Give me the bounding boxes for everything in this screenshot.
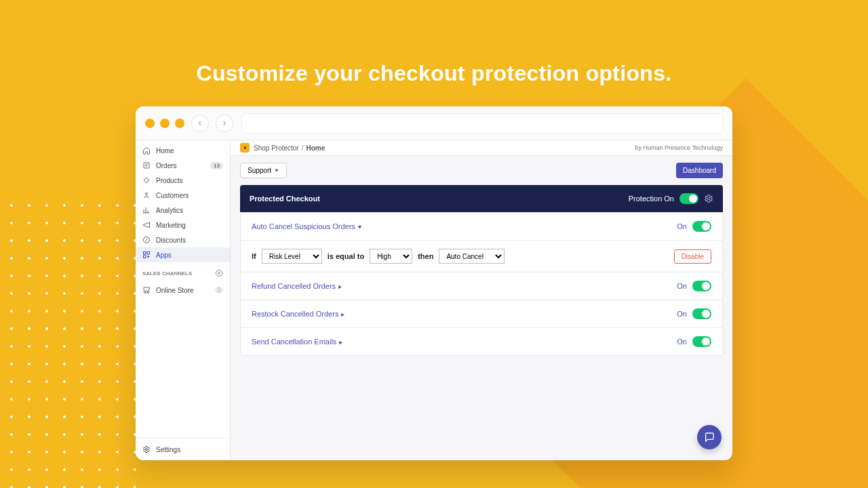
option-restock-cancelled[interactable]: Restock Cancelled Orders ▸ On	[241, 300, 722, 327]
rule-disable-button[interactable]: Disable	[674, 249, 711, 264]
shop-protector-icon: ✦	[240, 143, 250, 152]
panel-header: Protected Checkout Protection On	[240, 185, 723, 212]
svg-point-7	[218, 289, 220, 291]
help-fab[interactable]	[697, 425, 722, 449]
channel-label: Online Store	[156, 287, 194, 294]
rule-row: If Risk Level is equal to High then Auto…	[241, 240, 722, 272]
option-status: On	[677, 338, 687, 346]
forward-button[interactable]	[216, 115, 233, 132]
gear-icon[interactable]	[704, 194, 713, 203]
sidebar-item-apps[interactable]: Apps	[136, 247, 230, 262]
rule-then-label: then	[418, 252, 433, 260]
rule-if-label: If	[252, 252, 256, 260]
settings-label: Settings	[156, 446, 180, 453]
analytics-icon	[142, 206, 151, 214]
protection-toggle[interactable]	[679, 193, 698, 204]
store-icon	[142, 286, 151, 294]
chevron-right-icon: ▸	[339, 338, 342, 346]
svg-point-1	[146, 193, 148, 195]
sidebar-item-label: Discounts	[156, 237, 186, 244]
sidebar-item-orders[interactable]: Orders 13	[136, 158, 230, 173]
sidebar-nav: Home Orders 13 Products Customers	[136, 140, 230, 262]
sales-channels-list: Online Store	[136, 280, 230, 298]
crumb-page: Home	[307, 144, 326, 152]
option-status: On	[677, 222, 687, 230]
option-status: On	[677, 282, 687, 290]
products-icon	[142, 176, 151, 184]
sidebar-item-label: Apps	[156, 251, 172, 259]
svg-point-8	[146, 449, 148, 451]
traffic-red[interactable]	[145, 119, 155, 128]
sidebar-item-label: Orders	[156, 162, 177, 169]
traffic-lights	[145, 119, 184, 128]
sidebar-item-label: Home	[156, 147, 174, 155]
option-title: Send Cancellation Emails	[252, 338, 336, 346]
toolbar: Support ▼ Dashboard	[231, 156, 732, 185]
option-status: On	[677, 310, 687, 318]
breadcrumb: ✦ Shop Protector / Home by Human Presenc…	[231, 140, 732, 156]
sales-channels-label: SALES CHANNELS	[136, 262, 230, 280]
orders-icon	[142, 161, 151, 169]
sidebar-item-customers[interactable]: Customers	[136, 188, 230, 203]
crumb-sep: /	[302, 144, 304, 152]
dashboard-button[interactable]: Dashboard	[676, 163, 723, 178]
main-area: ✦ Shop Protector / Home by Human Presenc…	[231, 140, 732, 460]
back-button[interactable]	[191, 115, 209, 132]
protection-status-label: Protection On	[629, 195, 674, 203]
sidebar-item-discounts[interactable]: Discounts	[136, 232, 230, 247]
orders-badge: 13	[210, 162, 223, 169]
rule-operator-label: is equal to	[328, 252, 364, 260]
svg-rect-3	[144, 252, 146, 255]
rule-value-select[interactable]: High	[370, 249, 412, 264]
option-toggle[interactable]	[692, 221, 711, 232]
eye-icon[interactable]	[215, 286, 223, 294]
chevron-down-icon: ▼	[274, 167, 279, 174]
add-channel-icon[interactable]	[215, 269, 223, 277]
apps-icon	[142, 251, 151, 259]
gear-icon	[142, 445, 151, 453]
support-button[interactable]: Support ▼	[240, 163, 287, 178]
option-refund-cancelled[interactable]: Refund Cancelled Orders ▸ On	[241, 272, 722, 300]
chevron-right-icon: ▸	[338, 283, 342, 290]
browser-window: Home Orders 13 Products Customers	[136, 106, 732, 460]
panel-title: Protected Checkout	[250, 195, 320, 203]
sidebar-item-marketing[interactable]: Marketing	[136, 218, 230, 232]
option-title: Refund Cancelled Orders	[252, 282, 336, 290]
sidebar-item-settings[interactable]: Settings	[136, 438, 230, 460]
discounts-icon	[142, 236, 151, 244]
sidebar-item-analytics[interactable]: Analytics	[136, 203, 230, 218]
customers-icon	[142, 191, 151, 199]
sidebar-item-label: Marketing	[156, 222, 186, 229]
svg-rect-0	[144, 163, 149, 168]
option-toggle[interactable]	[692, 308, 711, 319]
browser-titlebar	[136, 106, 732, 140]
traffic-yellow[interactable]	[160, 119, 170, 128]
channel-online-store[interactable]: Online Store	[136, 283, 230, 298]
app-frame: Home Orders 13 Products Customers	[136, 140, 732, 460]
rule-action-select[interactable]: Auto Cancel	[439, 249, 505, 264]
chevron-down-icon: ▾	[358, 223, 361, 230]
sidebar-item-products[interactable]: Products	[136, 173, 230, 188]
crumb-app[interactable]: Shop Protector	[254, 144, 299, 152]
sidebar: Home Orders 13 Products Customers	[136, 140, 231, 460]
page-headline: Customize your checkout protection optio…	[0, 61, 868, 86]
sidebar-item-home[interactable]: Home	[136, 143, 230, 158]
sidebar-item-label: Analytics	[156, 207, 183, 214]
protection-panel: Protected Checkout Protection On Auto Ca…	[240, 185, 723, 356]
rule-field-select[interactable]: Risk Level	[262, 249, 322, 264]
home-icon	[142, 146, 151, 155]
option-auto-cancel[interactable]: Auto Cancel Suspicious Orders ▾ On	[241, 213, 722, 240]
chevron-right-icon: ▸	[341, 310, 344, 318]
svg-point-9	[707, 197, 710, 200]
option-send-cancellation-emails[interactable]: Send Cancellation Emails ▸ On	[241, 327, 722, 355]
traffic-green[interactable]	[175, 119, 184, 128]
option-title: Auto Cancel Suspicious Orders	[252, 222, 355, 230]
decorative-dots	[0, 197, 136, 488]
address-bar[interactable]	[241, 113, 723, 134]
option-toggle[interactable]	[692, 281, 711, 291]
sidebar-item-label: Customers	[156, 192, 189, 199]
marketing-icon	[142, 221, 151, 229]
crumb-byline: by Human Presence Technology	[635, 144, 723, 151]
option-toggle[interactable]	[692, 336, 711, 347]
svg-rect-4	[147, 252, 150, 255]
